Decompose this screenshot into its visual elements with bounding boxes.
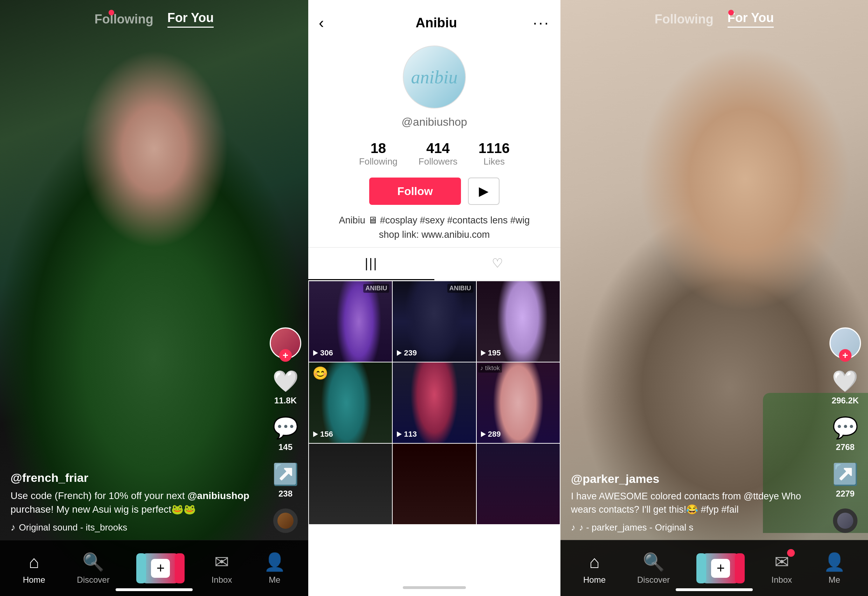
right-panel: Following For You + 🤍 296.2K 💬 2768 ↗️ 2… [561,0,868,596]
inbox-label: Inbox [211,575,232,585]
share-icon: ↗️ [273,462,299,487]
like-action[interactable]: 🤍 11.8K [273,369,299,406]
video-row-3 [309,444,560,524]
share-count: 238 [279,489,292,499]
video-thumb-6[interactable]: ♪ tiktok 289 [477,363,560,443]
likes-stat[interactable]: 1116 Likes [478,140,510,167]
tab-videos[interactable]: ||| [308,248,434,280]
thumb-image-8 [393,444,476,524]
emoji-overlay-4: 😊 [313,366,328,381]
tiktok-watermark-6: ♪ tiktok [478,364,502,373]
left-action-bar: + 🤍 11.8K 💬 145 ↗️ 238 [270,328,301,533]
view-count-5: 113 [404,430,417,439]
right-comment-icon: 💬 [832,415,859,440]
inbox-icon: ✉ [214,552,229,572]
likes-count: 1116 [478,140,510,156]
tab-following-right[interactable]: Following [655,12,713,27]
nav-me-left[interactable]: 👤 Me [264,552,285,585]
sound-name[interactable]: Original sound - its_brooks [19,522,127,533]
add-button-right[interactable]: + [701,553,740,583]
right-follow-plus-badge[interactable]: + [839,349,852,362]
view-count-2: 239 [404,348,417,357]
right-share-count: 2279 [836,489,854,499]
comment-action[interactable]: 💬 145 [273,415,299,452]
likes-label: Likes [483,156,505,167]
right-sound-info: ♪ ♪ - parker_james - Original s [571,522,812,533]
right-like-action[interactable]: 🤍 296.2K [831,369,859,406]
right-inbox-badge [787,549,795,557]
back-button[interactable]: ‹ [319,14,340,31]
tab-for-you-left[interactable]: For You [167,10,214,28]
nav-home-left[interactable]: ⌂ Home [23,552,45,585]
followers-count: 414 [426,140,450,156]
left-bottom-nav: ⌂ Home 🔍 Discover + ✉ Inbox 👤 Me [0,540,308,596]
right-caption: I have AWESOME colored contacts from @tt… [571,490,812,516]
more-options-button[interactable]: ··· [533,14,550,31]
nav-me-right[interactable]: 👤 Me [824,552,845,585]
avatar-container: + [270,328,301,359]
video-thumb-4[interactable]: 😊 156 [309,363,392,443]
play-overlay-1: 306 [313,348,333,357]
music-note-icon: ♪ [10,522,15,533]
watermark-1: ANIBIU [363,284,389,293]
heart-outline-icon: ♡ [492,256,503,271]
right-home-label: Home [583,575,606,585]
heart-icon: 🤍 [273,369,299,394]
nav-discover-left[interactable]: 🔍 Discover [77,552,110,585]
right-post-info: @parker_james I have AWESOME colored con… [571,472,812,533]
video-thumb-3[interactable]: 195 [477,281,560,362]
left-caption: Use code (French) for 10% off your next … [10,489,256,516]
video-thumb-8[interactable] [393,444,476,524]
right-discover-label: Discover [637,575,670,585]
tab-liked[interactable]: ♡ [434,248,561,280]
view-count-6: 289 [488,430,501,439]
nav-add-right[interactable]: + [701,553,740,583]
play-icon-5 [397,431,402,437]
profile-title: Anibiu [416,15,457,31]
view-count-3: 195 [488,348,501,357]
nav-inbox-right[interactable]: ✉ Inbox [771,552,792,585]
content-tabs: ||| ♡ [308,248,561,280]
right-inbox-label: Inbox [771,575,792,585]
nav-inbox-left[interactable]: ✉ Inbox [211,552,232,585]
bio-line-2[interactable]: shop link: www.anibiu.com [322,228,546,242]
video-thumb-2[interactable]: ANIBIU 239 [393,281,476,362]
right-like-count: 296.2K [831,396,859,406]
brand-logo-text: anibiu [411,67,458,87]
caption-text-1: Use code (French) for 10% off your next [10,490,185,501]
nav-home-right[interactable]: ⌂ Home [583,552,606,585]
video-thumb-9[interactable] [477,444,560,524]
followers-stat[interactable]: 414 Followers [419,140,458,167]
right-inbox-icon: ✉ [775,552,789,572]
left-post-info: @french_friar Use code (French) for 10% … [10,471,256,533]
play-icon-4 [313,431,318,437]
share-action[interactable]: ↗️ 238 [273,462,299,499]
right-sound-name[interactable]: ♪ - parker_james - Original s [579,522,694,533]
play-overlay-2: 239 [397,348,417,357]
left-username[interactable]: @french_friar [10,471,256,485]
video-thumb-5[interactable]: 113 [393,363,476,443]
nav-discover-right[interactable]: 🔍 Discover [637,552,670,585]
right-username[interactable]: @parker_james [571,472,812,486]
right-share-action[interactable]: ↗️ 2279 [832,462,859,499]
video-grid: ANIBIU 306 ANIBIU 239 195 [308,280,561,596]
following-stat[interactable]: 18 Following [359,140,397,167]
right-notification-dot [728,10,734,15]
follow-button[interactable]: Follow [369,177,461,205]
add-button-left[interactable]: + [141,553,180,583]
caption-tag[interactable]: @anibiushop [187,490,249,501]
youtube-button[interactable]: ▶ [468,177,499,205]
tab-following-left[interactable]: Following [94,12,154,27]
right-action-bar: + 🤍 296.2K 💬 2768 ↗️ 2279 [830,328,861,533]
play-icon-3 [481,350,486,356]
right-comment-action[interactable]: 💬 2768 [832,415,859,452]
follow-plus-badge[interactable]: + [279,349,292,362]
video-thumb-1[interactable]: ANIBIU 306 [309,281,392,362]
nav-add-left[interactable]: + [141,553,180,583]
tab-for-you-right[interactable]: For You [728,10,774,28]
home-indicator-left [115,588,193,591]
video-thumb-7[interactable] [309,444,392,524]
play-overlay-4: 156 [313,430,333,439]
right-sound-disc [833,509,858,533]
discover-icon: 🔍 [82,552,104,572]
